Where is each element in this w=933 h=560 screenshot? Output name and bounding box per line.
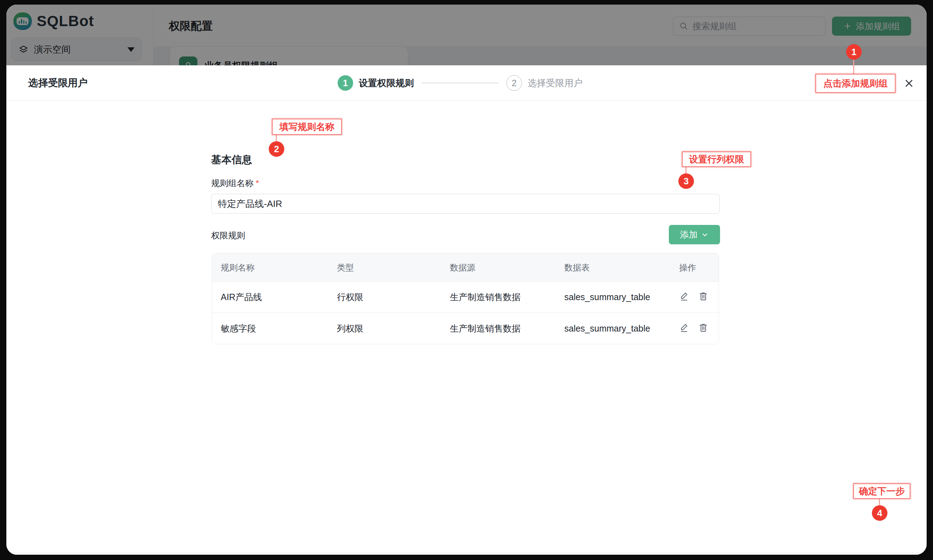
rule-datatable-cell: sales_summary_table [556, 282, 671, 313]
rule-group-name-label-text: 规则组名称 [211, 178, 254, 188]
delete-rule-button[interactable] [698, 322, 708, 332]
step-1-circle: 1 [337, 75, 353, 91]
annotation-badge-2: 2 [269, 141, 284, 157]
annotation-badge-3: 3 [678, 173, 694, 189]
edit-pencil-icon [679, 322, 689, 332]
delete-rule-button[interactable] [698, 291, 708, 301]
annotation-connector-2 [276, 135, 277, 141]
permission-rules-label: 权限规则 [211, 230, 245, 241]
col-actions: 操作 [671, 254, 719, 282]
col-datasource: 数据源 [442, 254, 556, 282]
annotation-label-4: 确定下一步 [853, 483, 910, 499]
close-icon [903, 77, 915, 90]
dialog-title: 选择受限用户 [28, 65, 88, 101]
stepper: 1 设置权限规则 2 选择受限用户 [337, 65, 583, 101]
rule-type-cell: 行权限 [328, 282, 442, 313]
step-1-label: 设置权限规则 [359, 77, 414, 89]
annotation-connector-3 [685, 167, 687, 173]
app-window: SQLBot 演示空间 权限配置 [6, 5, 927, 555]
annotation-connector-1 [853, 60, 854, 74]
edit-rule-button[interactable] [679, 291, 689, 301]
rule-type-cell: 列权限 [328, 313, 442, 344]
table-row: AIR产品线 行权限 生产制造销售数据 sales_summary_table [212, 282, 719, 313]
stepper-connector [422, 83, 499, 83]
annotation-badge-1: 1 [846, 44, 862, 60]
required-asterisk: * [256, 178, 259, 188]
annotation-label-3: 设置行列权限 [682, 151, 751, 167]
rule-group-name-label: 规则组名称* [211, 178, 259, 189]
edit-rule-button[interactable] [679, 322, 689, 332]
col-datatable: 数据表 [556, 254, 671, 282]
footer-divider [6, 552, 927, 553]
step-2-select-restricted-users[interactable]: 2 选择受限用户 [507, 75, 583, 91]
col-type: 类型 [328, 254, 442, 282]
rule-datatable-cell: sales_summary_table [556, 313, 671, 344]
trash-icon [698, 322, 708, 332]
rule-actions-cell [671, 282, 719, 313]
step-1-set-permission-rules[interactable]: 1 设置权限规则 [337, 75, 414, 91]
dialog-body: 基本信息 规则组名称* 权限规则 添加 规则名称 类型 [6, 101, 927, 555]
annotation-badge-4: 4 [872, 505, 887, 521]
annotation-connector-4 [879, 499, 880, 505]
add-rule-button[interactable]: 添加 [669, 225, 720, 244]
step-2-label: 选择受限用户 [528, 77, 583, 89]
rule-name-cell: AIR产品线 [212, 282, 328, 313]
edit-pencil-icon [679, 291, 689, 301]
close-button[interactable] [903, 77, 915, 90]
rule-name-cell: 敏感字段 [212, 313, 328, 344]
annotation-label-2: 填写规则名称 [272, 118, 342, 135]
add-rule-label: 添加 [680, 229, 698, 240]
permission-rule-dialog: 选择受限用户 1 设置权限规则 2 选择受限用户 [6, 65, 927, 555]
rule-datasource-cell: 生产制造销售数据 [442, 282, 556, 313]
trash-icon [698, 291, 708, 301]
col-rule-name: 规则名称 [212, 254, 328, 282]
rule-group-name-input[interactable] [211, 194, 720, 214]
basic-info-heading: 基本信息 [211, 153, 252, 167]
rules-table: 规则名称 类型 数据源 数据表 操作 AIR产品线 行权限 生产制造销售数据 s… [212, 253, 719, 344]
table-row: 敏感字段 列权限 生产制造销售数据 sales_summary_table [212, 313, 719, 344]
rule-actions-cell [671, 313, 719, 344]
rule-datasource-cell: 生产制造销售数据 [442, 313, 556, 344]
chevron-down-icon [701, 231, 709, 239]
annotation-label-1: 点击添加规则组 [815, 74, 896, 93]
table-header-row: 规则名称 类型 数据源 数据表 操作 [212, 254, 719, 282]
dialog-header: 选择受限用户 1 设置权限规则 2 选择受限用户 [6, 65, 927, 101]
step-2-circle: 2 [507, 75, 522, 91]
